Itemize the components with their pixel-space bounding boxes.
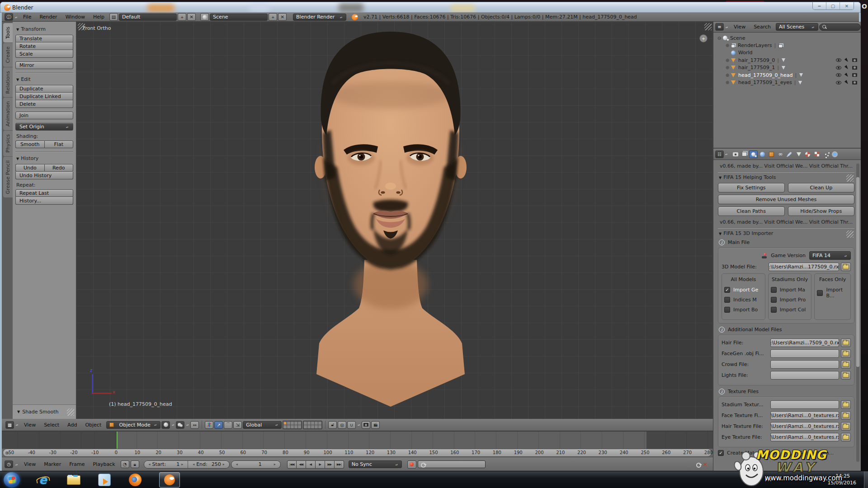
- hide-show-props-button[interactable]: Hide/Show Props: [788, 206, 855, 216]
- playback-button-3[interactable]: ▶: [316, 460, 325, 469]
- outliner-row-head_177509_1_eyes[interactable]: ⊕head_177509_1_eyes|: [713, 79, 861, 86]
- screen-layout-icon[interactable]: ▤: [109, 13, 118, 21]
- manipulator-rotate-icon[interactable]: ⌒: [224, 421, 232, 429]
- checkbox-import-pro[interactable]: Import Pro: [771, 297, 809, 303]
- manipulator-scale-icon[interactable]: ⇲: [233, 421, 242, 429]
- game-version-select[interactable]: FIFA 14▴▾: [809, 251, 851, 260]
- lock-frame-icon[interactable]: 🔒︎: [131, 460, 139, 468]
- editor-type-info-icon[interactable]: ⓘ: [5, 13, 13, 21]
- pivot-point-select[interactable]: [176, 421, 184, 429]
- outliner-row-head_177509_0_head[interactable]: ⊕head_177509_0_head|: [713, 71, 861, 79]
- tab-tools[interactable]: Tools: [3, 23, 13, 42]
- visibility-eye-icon[interactable]: [836, 58, 841, 62]
- time-display-icon[interactable]: ◔: [121, 460, 129, 468]
- properties-tab-render-layers-icon[interactable]: [740, 150, 749, 158]
- last-operator-panel[interactable]: ▼Shade Smooth: [13, 404, 76, 419]
- panel-3d-importer[interactable]: ▼FIFA 15 3D Importer: [719, 230, 854, 236]
- menu-view[interactable]: View: [730, 24, 750, 30]
- region-corner-grip[interactable]: [78, 23, 85, 30]
- undo-history-button[interactable]: Undo History: [15, 172, 73, 179]
- expand-properties-region-button[interactable]: ＋: [699, 34, 708, 42]
- addon-thread-link[interactable]: Visit Official Thr...: [809, 219, 853, 225]
- addon-website-link[interactable]: Visit Official We...: [764, 163, 807, 169]
- delete-layout-button[interactable]: ✕: [187, 13, 196, 21]
- menu-frame[interactable]: Frame: [65, 461, 89, 467]
- playback-button-4[interactable]: ▶▶: [325, 460, 335, 469]
- outliner-item-label[interactable]: head_177509_0_head: [738, 72, 793, 78]
- expand-toggle-icon[interactable]: ⊕: [724, 80, 731, 85]
- panel-edit[interactable]: ▼Edit: [16, 76, 73, 82]
- panel-helping-tools[interactable]: ▼FIFA 15 Helping Tools: [719, 174, 854, 180]
- tab-physics[interactable]: Physics: [3, 131, 13, 156]
- menu-object[interactable]: Object: [81, 422, 105, 428]
- window-titlebar[interactable]: Blender ‒ ▢ ✕: [0, 2, 861, 13]
- properties-tab-modifiers-icon[interactable]: [785, 150, 794, 158]
- properties-tab-constraints-icon[interactable]: [776, 150, 785, 158]
- keying-set-field[interactable]: [418, 460, 486, 468]
- frame-end-field[interactable]: ◂End:250▸: [188, 461, 229, 468]
- tab-grease-pencil[interactable]: Grease Pencil: [3, 157, 13, 197]
- menu-file[interactable]: File: [19, 14, 35, 20]
- taskbar-icon-windows-start[interactable]: [4, 472, 20, 488]
- shade-flat-button[interactable]: Flat: [44, 141, 74, 148]
- editor-type-outliner-icon[interactable]: ≡: [715, 23, 724, 31]
- viewport-shading-select[interactable]: [161, 421, 170, 429]
- outliner-item-label[interactable]: hair_177509_0: [738, 57, 775, 63]
- playback-button-2[interactable]: ◀: [306, 460, 316, 469]
- repeat-last-button[interactable]: Repeat Last: [15, 189, 73, 197]
- browse-file-button[interactable]: [841, 371, 851, 380]
- current-frame-field[interactable]: ◂1▸: [231, 461, 280, 468]
- renderability-camera-icon[interactable]: [852, 81, 857, 84]
- minimize-button[interactable]: ‒: [813, 2, 826, 9]
- properties-tab-world-icon[interactable]: [758, 150, 767, 158]
- show-desktop-button[interactable]: [864, 471, 868, 488]
- scene-select[interactable]: Scene: [210, 14, 268, 21]
- region-corner-grip[interactable]: [704, 23, 712, 30]
- browse-file-button[interactable]: [841, 338, 851, 347]
- expand-toggle-icon[interactable]: ⊕: [724, 43, 731, 48]
- browse-file-button[interactable]: [841, 411, 851, 420]
- delete-button[interactable]: Delete: [15, 100, 73, 108]
- visibility-eye-icon[interactable]: [836, 73, 841, 77]
- checkbox-import-b-[interactable]: Import B...: [817, 287, 848, 299]
- outliner-item-label[interactable]: World: [738, 50, 753, 56]
- menu-search[interactable]: Search: [750, 24, 775, 30]
- current-frame-indicator[interactable]: [117, 432, 118, 449]
- properties-tab-texture-icon[interactable]: [812, 150, 821, 158]
- checkbox-import-bo[interactable]: Import Bo: [724, 307, 763, 313]
- outliner-row-World[interactable]: World: [713, 49, 861, 56]
- menu-select[interactable]: Select: [40, 422, 63, 428]
- panel-history[interactable]: ▼History: [16, 155, 73, 161]
- checkbox-import-ge[interactable]: ✓Import Ge: [724, 287, 763, 293]
- checkbox-unchecked-icon[interactable]: [817, 290, 823, 296]
- taskbar-icon-file-explorer[interactable]: [66, 473, 81, 487]
- browse-file-button[interactable]: [841, 360, 851, 369]
- properties-tab-object-data-icon[interactable]: [794, 150, 803, 158]
- outliner-item-label[interactable]: hair_177509_1: [738, 65, 775, 70]
- close-button[interactable]: ✕: [840, 2, 854, 9]
- checkbox-unchecked-icon[interactable]: [724, 307, 730, 313]
- clock-time[interactable]: 14:25: [835, 473, 850, 479]
- properties-tab-material-icon[interactable]: [803, 150, 812, 158]
- taskbar-icon-media-player[interactable]: [97, 473, 112, 487]
- renderability-camera-icon[interactable]: [852, 66, 857, 70]
- translate-button[interactable]: Translate: [15, 35, 73, 42]
- taskbar-icon-internet-explorer[interactable]: [35, 473, 51, 487]
- screen-layout-select[interactable]: Default: [119, 14, 177, 21]
- outliner-row-hair_177509_0[interactable]: ⊕hair_177509_0|: [713, 56, 861, 64]
- menu-view[interactable]: View: [20, 461, 40, 467]
- menu-help[interactable]: Help: [89, 14, 108, 20]
- browse-file-button[interactable]: [841, 263, 851, 271]
- menu-view[interactable]: View: [20, 422, 40, 428]
- outliner-item-label[interactable]: Scene: [730, 35, 745, 41]
- expand-toggle-icon[interactable]: ⊕: [724, 58, 731, 63]
- history-menu-button[interactable]: History...: [15, 197, 73, 205]
- visibility-eye-icon[interactable]: [836, 81, 841, 84]
- proportional-edit-icon[interactable]: ◎: [338, 421, 346, 429]
- create-materials-checkbox-row[interactable]: ✓ Create Mate...Texture Fil... Assign Cr…: [718, 450, 854, 456]
- renderability-camera-icon[interactable]: [852, 58, 857, 62]
- insert-keyframe-icon[interactable]: [696, 462, 702, 467]
- timeline-ruler[interactable]: -50-40-30-20-100102030405060708090100110…: [3, 449, 712, 457]
- checkbox-unchecked-icon[interactable]: [771, 297, 777, 303]
- taskbar-icon-firefox[interactable]: [127, 473, 143, 487]
